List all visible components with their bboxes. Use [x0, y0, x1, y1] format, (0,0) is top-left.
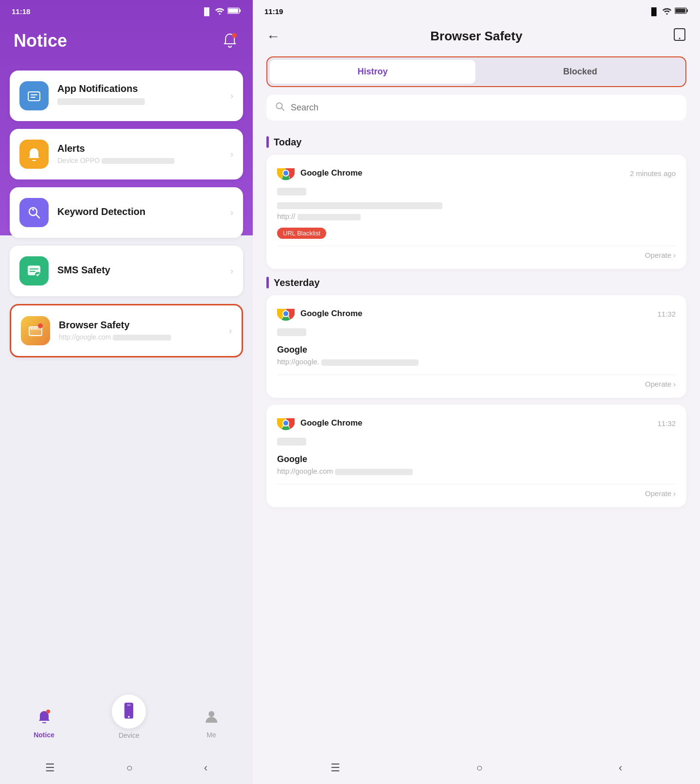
back-button[interactable]: ←	[266, 29, 280, 44]
section-bar-today	[266, 136, 269, 148]
bell-icon[interactable]	[221, 32, 239, 50]
svg-point-38	[283, 311, 288, 316]
menu-item-sms-safety[interactable]: SMS Safety ›	[10, 246, 243, 296]
section-today-header: Today	[266, 136, 686, 148]
menu-list: App Notifications › Alerts Device OPPO ›	[0, 71, 253, 699]
top-bar-right: ← Browser Safety	[253, 21, 700, 52]
section-yesterday-header: Yesterday	[266, 277, 686, 288]
svg-point-41	[283, 421, 288, 426]
search-icon	[275, 102, 285, 114]
app-name-yesterday-2: Google Chrome	[300, 418, 363, 428]
notice-nav-icon	[36, 709, 52, 728]
url-yesterday-1: http://google.	[277, 357, 676, 368]
tab-switcher: Histroy Blocked	[266, 56, 686, 87]
nav-item-notice[interactable]: Notice	[24, 709, 64, 739]
back-sys-btn[interactable]: ‹	[204, 762, 207, 774]
home-sys-btn-right[interactable]: ○	[476, 762, 483, 774]
menu-item-keyword-detection[interactable]: Keyword Detection ›	[10, 187, 243, 238]
left-panel: 11:18 ▐▌ Notice	[0, 0, 253, 784]
sys-nav-right: ☰ ○ ‹	[253, 754, 700, 784]
operate-row-today-1[interactable]: Operate ›	[277, 246, 676, 259]
status-bar-right: 11:19 ▐▌	[253, 0, 700, 21]
history-card-yesterday-1: Google Chrome 11:32 Google http://google…	[266, 295, 686, 398]
svg-rect-18	[42, 722, 46, 723]
menu-item-app-notifications[interactable]: App Notifications ›	[10, 71, 243, 121]
app-name-today-1: Google Chrome	[300, 168, 363, 178]
svg-point-19	[46, 710, 50, 713]
svg-line-31	[281, 108, 284, 110]
sys-nav-left: ☰ ○ ‹	[0, 754, 253, 784]
history-card-yesterday-2: Google Chrome 11:32 Google http://google…	[266, 405, 686, 507]
section-title-today: Today	[274, 137, 301, 148]
wifi-icon	[215, 7, 225, 16]
card-header-yesterday-1: Google Chrome 11:32	[277, 305, 676, 322]
svg-point-14	[31, 328, 33, 329]
url-yesterday-2: http://google.com	[277, 467, 676, 477]
card-app-info-today-1: Google Chrome	[277, 164, 363, 182]
history-card-today-1: Google Chrome 2 minutes ago http:// URL …	[266, 155, 686, 269]
menu-title-browser-safety: Browser Safety	[59, 320, 220, 331]
svg-point-0	[219, 13, 220, 15]
svg-point-23	[209, 711, 214, 717]
card-header-yesterday-2: Google Chrome 11:32	[277, 414, 676, 432]
section-title-yesterday: Yesterday	[274, 277, 320, 288]
svg-point-4	[232, 33, 237, 38]
url-today-1: http://	[277, 212, 676, 222]
content-area: Today Google Chrome	[253, 128, 700, 754]
status-icons-left: ▐▌	[202, 7, 241, 16]
svg-point-16	[36, 328, 37, 329]
chevron-icon-sms: ›	[230, 266, 233, 276]
menu-text-keyword-detection: Keyword Detection	[57, 206, 222, 219]
section-bar-yesterday	[266, 277, 269, 288]
svg-rect-27	[675, 9, 685, 13]
status-bar-left: 11:18 ▐▌	[0, 0, 253, 21]
svg-point-9	[32, 209, 34, 211]
sms-safety-icon	[19, 256, 49, 285]
nav-item-device[interactable]: Device	[102, 709, 156, 739]
menu-subtitle-alerts: Device OPPO	[57, 156, 193, 166]
svg-point-24	[666, 13, 667, 15]
menu-text-app-notifications: App Notifications	[57, 83, 222, 109]
chrome-icon-today-1	[277, 164, 295, 182]
menu-text-alerts: Alerts Device OPPO	[57, 143, 222, 166]
chrome-icon-yesterday-1	[277, 305, 295, 322]
search-input[interactable]	[291, 103, 678, 113]
svg-point-35	[283, 171, 288, 176]
bottom-nav-left: Notice Device Me	[0, 699, 253, 754]
wifi-icon-right	[662, 7, 672, 16]
tab-history[interactable]: Histroy	[270, 60, 475, 84]
chevron-icon-browser: ›	[229, 326, 232, 336]
search-bar	[266, 95, 686, 121]
chevron-icon-keyword: ›	[230, 208, 233, 218]
page-title-left: Notice	[14, 31, 67, 51]
tablet-icon[interactable]	[673, 28, 686, 45]
menu-sys-btn[interactable]: ☰	[45, 762, 55, 774]
chrome-icon-yesterday-2	[277, 414, 295, 432]
menu-item-alerts[interactable]: Alerts Device OPPO ›	[10, 129, 243, 179]
operate-row-yesterday-2[interactable]: Operate ›	[277, 484, 676, 498]
menu-item-browser-safety[interactable]: Browser Safety http://google.com ›	[10, 304, 243, 357]
nav-item-me[interactable]: Me	[194, 709, 229, 739]
google-title-yesterday-2: Google	[277, 454, 676, 464]
home-sys-btn[interactable]: ○	[126, 762, 133, 774]
chevron-icon-alerts: ›	[230, 149, 233, 160]
operate-row-yesterday-1[interactable]: Operate ›	[277, 374, 676, 388]
menu-title-keyword-detection: Keyword Detection	[57, 206, 222, 217]
time-yesterday-2: 11:32	[657, 419, 676, 428]
header-left: Notice	[0, 21, 253, 71]
svg-rect-26	[686, 9, 688, 12]
menu-sys-btn-right[interactable]: ☰	[331, 762, 340, 774]
tab-blocked[interactable]: Blocked	[477, 60, 683, 84]
back-sys-btn-right[interactable]: ‹	[619, 762, 622, 774]
svg-point-17	[38, 323, 43, 328]
card-app-info-yesterday-1: Google Chrome	[277, 305, 363, 322]
svg-rect-5	[28, 92, 40, 101]
time-left: 11:18	[12, 7, 30, 16]
svg-rect-22	[127, 704, 131, 706]
blurred-short-yesterday-1	[277, 328, 306, 336]
app-notifications-icon	[19, 81, 49, 110]
page-title-right: Browser Safety	[430, 29, 522, 44]
menu-title-sms-safety: SMS Safety	[57, 265, 222, 276]
me-nav-icon	[204, 709, 219, 728]
battery-icon-right	[675, 7, 688, 16]
